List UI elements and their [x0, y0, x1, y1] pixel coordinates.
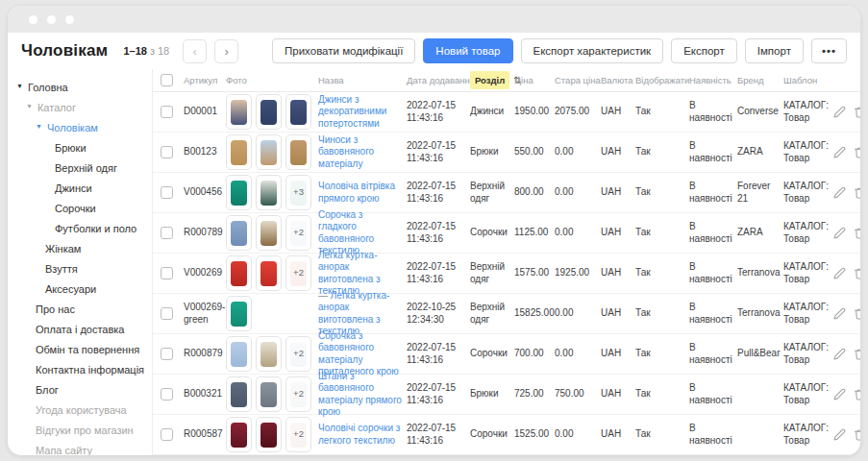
edit-icon[interactable] [833, 307, 846, 320]
product-photo-thumbnail[interactable] [256, 215, 282, 251]
product-photo-thumbnail[interactable] [256, 376, 282, 412]
edit-icon[interactable] [833, 227, 846, 239]
row-checkbox[interactable] [161, 348, 173, 360]
sidebar-item-верхній-одяг[interactable]: Верхній одяг [8, 158, 152, 178]
product-photo-thumbnail[interactable] [226, 215, 252, 251]
product-name-link[interactable]: Джинси з декоративними потертостями [318, 94, 386, 129]
prev-page-button[interactable]: ‹ [183, 39, 207, 63]
date-value: 2022-07-15 [407, 382, 466, 395]
edit-icon[interactable] [833, 428, 846, 441]
delete-icon[interactable] [854, 307, 860, 320]
product-photo-thumbnail[interactable] [256, 134, 282, 170]
sidebar-item-обмін-та-повернення[interactable]: Обмін та повернення [8, 339, 152, 359]
row-checkbox[interactable] [161, 106, 173, 118]
edit-icon[interactable] [833, 388, 846, 400]
sidebar-item-чоловікам[interactable]: ▼Чоловікам [8, 117, 152, 137]
export-button[interactable]: Експорт [671, 38, 737, 63]
row-checkbox[interactable] [161, 428, 173, 441]
product-photo-thumbnail[interactable] [226, 175, 252, 210]
more-photos-thumbnail[interactable]: +2 [285, 376, 311, 412]
column-header-ціна[interactable]: Ціна [514, 75, 555, 85]
edit-icon[interactable] [833, 267, 846, 279]
sidebar-item-оплата-і-доставка[interactable]: Оплата і доставка [8, 319, 152, 339]
product-photo-thumbnail[interactable] [226, 255, 252, 291]
product-photo-thumbnail[interactable] [256, 255, 282, 291]
product-name-link[interactable]: Чоловічі сорочки з легкого текстилю [318, 423, 400, 446]
product-photo-thumbnail[interactable] [285, 134, 311, 170]
sidebar-item-угода-користувача[interactable]: Угода користувача [8, 400, 152, 420]
next-page-button[interactable]: › [214, 39, 238, 63]
more-photos-thumbnail[interactable]: +2 [285, 417, 311, 452]
sidebar-item-сорочки[interactable]: Сорочки [8, 198, 152, 218]
delete-icon[interactable] [854, 428, 860, 441]
column-header-дата-додавання[interactable]: Дата додавання [407, 75, 470, 85]
delete-icon[interactable] [854, 146, 860, 158]
sidebar-item-жінкам[interactable]: Жінкам [8, 238, 152, 258]
column-header-розділ[interactable]: Розділ⇅ [470, 75, 514, 85]
row-checkbox[interactable] [161, 267, 173, 279]
delete-icon[interactable] [854, 186, 860, 199]
sidebar-item-взуття[interactable]: Взуття [8, 258, 152, 279]
import-button[interactable]: Імпорт [745, 38, 804, 63]
product-name-link[interactable]: Чиноси з бавовняного матеріалу [318, 134, 374, 169]
product-name-link[interactable]: Штани з бавовняного матеріалу прямого кр… [318, 371, 402, 418]
edit-icon[interactable] [833, 146, 846, 158]
edit-icon[interactable] [833, 348, 846, 360]
row-checkbox[interactable] [161, 186, 173, 199]
product-photo-thumbnail[interactable] [256, 175, 282, 210]
delete-icon[interactable] [854, 388, 860, 400]
sidebar-item-блог[interactable]: Блог [8, 379, 152, 400]
product-photo-thumbnail[interactable] [285, 94, 311, 130]
more-photos-thumbnail[interactable]: +3 [285, 175, 311, 210]
garment-image [260, 181, 277, 206]
product-photo-thumbnail[interactable] [226, 336, 252, 372]
row-checkbox[interactable] [161, 307, 173, 320]
product-name-link[interactable]: Чоловіча вітрівка прямого крою [318, 181, 395, 204]
more-photos-thumbnail[interactable]: +2 [285, 336, 311, 372]
column-header-відображати[interactable]: Відображати [635, 75, 689, 85]
sidebar-item-футболки-и-поло[interactable]: Футболки и поло [8, 218, 152, 238]
currency-cell: UAH [601, 186, 635, 199]
column-header-шаблон[interactable]: Шаблон [783, 75, 833, 85]
new-product-button[interactable]: Новий товар [423, 38, 512, 63]
product-photo-thumbnail[interactable] [256, 336, 282, 372]
product-photo-thumbnail[interactable] [226, 296, 252, 331]
hide-modifications-button[interactable]: Приховати модифікації [272, 38, 415, 63]
select-all-checkbox[interactable] [161, 74, 173, 86]
product-photo-thumbnail[interactable] [226, 376, 252, 412]
column-header-валюта[interactable]: Валюта [601, 75, 635, 85]
sidebar-item-контактна-інформація[interactable]: Контактна інформація [8, 359, 152, 379]
sidebar-item-відгуки-про-магазин[interactable]: Відгуки про магазин [8, 420, 152, 440]
sidebar-item-брюки[interactable]: Брюки [8, 137, 152, 158]
delete-icon[interactable] [854, 227, 860, 239]
product-photo-thumbnail[interactable] [256, 94, 282, 130]
column-header-фото[interactable]: Фото [226, 75, 318, 85]
sidebar-item-про-нас[interactable]: Про нас [8, 299, 152, 319]
row-checkbox[interactable] [161, 146, 173, 158]
product-photo-thumbnail[interactable] [226, 94, 252, 130]
more-photos-thumbnail[interactable]: +2 [285, 255, 311, 291]
row-checkbox[interactable] [161, 388, 173, 400]
row-checkbox[interactable] [161, 227, 173, 239]
column-header-назва[interactable]: Назва [318, 75, 407, 85]
sidebar-item-аксесуари[interactable]: Аксесуари [8, 279, 152, 299]
product-photo-thumbnail[interactable] [226, 134, 252, 170]
more-button[interactable]: ••• [811, 38, 847, 63]
column-header-артикул[interactable]: Артикул [184, 75, 226, 85]
column-header-бренд[interactable]: Бренд [737, 75, 783, 85]
sidebar-item-джинси[interactable]: Джинси [8, 178, 152, 198]
edit-icon[interactable] [833, 186, 846, 199]
delete-icon[interactable] [854, 106, 860, 118]
product-photo-thumbnail[interactable] [226, 417, 252, 452]
edit-icon[interactable] [833, 106, 846, 118]
sidebar-item-каталог[interactable]: ▼Каталог [8, 97, 152, 117]
export-characteristics-button[interactable]: Експорт характеристик [521, 38, 664, 63]
column-header-стара-ціна[interactable]: Стара ціна [555, 75, 601, 85]
delete-icon[interactable] [854, 348, 860, 360]
more-photos-thumbnail[interactable]: +2 [285, 215, 311, 251]
column-header-наявність[interactable]: Наявність [689, 75, 737, 85]
product-photo-thumbnail[interactable] [256, 417, 282, 452]
sidebar-item-головна[interactable]: ▼Головна [8, 77, 152, 97]
sidebar-item-мапа-сайту[interactable]: Мапа сайту [8, 440, 152, 455]
delete-icon[interactable] [854, 267, 860, 279]
